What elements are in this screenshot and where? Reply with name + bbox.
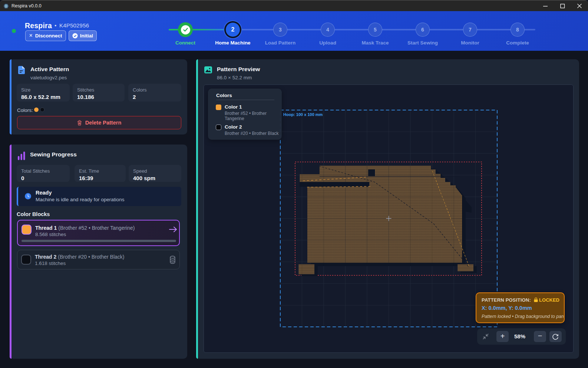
svg-text:Hoop: 100 x 100 mm: Hoop: 100 x 100 mm	[283, 112, 323, 117]
